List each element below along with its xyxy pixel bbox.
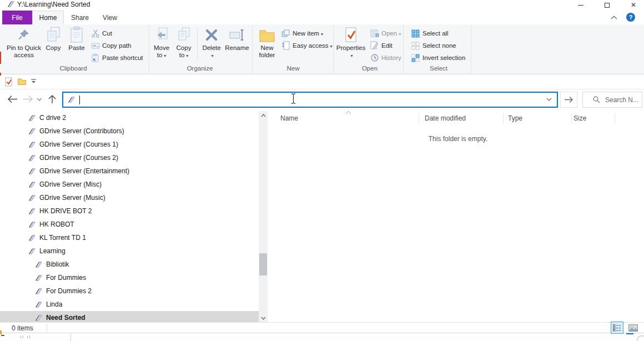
tree-item[interactable]: C drive 2	[0, 111, 259, 124]
ribbon-tab-bar: File Home Share View ?	[0, 10, 644, 24]
sort-ascending-icon	[345, 111, 351, 114]
column-header-date-modified[interactable]: Date modified	[425, 114, 466, 122]
thumbnail-view-button[interactable]	[627, 322, 640, 334]
easy-access-button[interactable]: Easy access	[281, 40, 333, 51]
move-to-button[interactable]: Moveto	[151, 26, 172, 62]
tab-view[interactable]: View	[95, 11, 124, 24]
tree-item[interactable]: Learning	[0, 244, 259, 258]
scroll-up-button[interactable]	[259, 111, 268, 119]
tree-item[interactable]: GDrive Server (Entertainment)	[0, 164, 259, 178]
tree-item[interactable]: GDrive Server (Contributors)	[0, 124, 259, 138]
select-all-button[interactable]: Select all	[411, 28, 449, 39]
column-header-name[interactable]: Name	[280, 114, 298, 122]
select-none-button[interactable]: Select none	[411, 40, 456, 51]
ribbon-separator	[197, 28, 198, 61]
invert-selection-button[interactable]: Invert selection	[411, 52, 465, 63]
history-button[interactable]: History	[370, 52, 401, 63]
tree-item-label: KL Torrent TD 1	[39, 234, 86, 242]
minimize-button[interactable]	[571, 0, 590, 10]
up-button[interactable]	[48, 94, 57, 104]
tree-item[interactable]: KL Torrent TD 1	[0, 231, 259, 244]
help-button[interactable]: ?	[626, 13, 635, 22]
rename-button[interactable]: Rename	[223, 26, 251, 62]
back-button[interactable]	[7, 95, 18, 103]
copy-icon	[45, 26, 62, 44]
notebook-icon	[67, 96, 76, 103]
column-divider[interactable]	[419, 113, 419, 124]
tab-home[interactable]: Home	[32, 11, 64, 24]
open-icon	[370, 29, 379, 38]
tree-item[interactable]: GDrive Server (Misc)	[0, 178, 259, 191]
cut-button[interactable]: Cut	[90, 28, 112, 39]
tree-item[interactable]: HK DRIVE BOT 2	[0, 204, 259, 218]
scroll-down-button[interactable]	[259, 314, 268, 322]
column-divider[interactable]	[615, 113, 615, 124]
tree-item[interactable]: GDrive Server (Music)	[0, 191, 259, 204]
background-window-corner	[637, 335, 644, 341]
tree-item[interactable]: For Dummies	[0, 271, 259, 284]
tree-item[interactable]: Need Sorted	[0, 311, 259, 322]
tab-file[interactable]: File	[2, 11, 32, 24]
search-icon	[593, 96, 600, 103]
move-to-icon	[154, 26, 169, 44]
edit-button[interactable]: Edit	[370, 40, 393, 51]
notebook-icon	[28, 194, 36, 202]
column-divider[interactable]	[503, 113, 504, 124]
column-divider[interactable]	[571, 113, 572, 124]
tree-item-label: Need Sorted	[46, 314, 85, 322]
new-folder-button[interactable]: Newfolder	[254, 26, 280, 62]
copy-path-button[interactable]: Copy path	[90, 40, 131, 51]
notebook-icon	[28, 128, 36, 135]
address-bar[interactable]	[62, 92, 558, 108]
select-all-icon	[411, 29, 420, 38]
scrollbar-thumb[interactable]	[259, 253, 267, 275]
tab-share[interactable]: Share	[64, 11, 95, 24]
qat-properties-button[interactable]	[4, 77, 13, 87]
address-dropdown-button[interactable]	[546, 98, 552, 102]
recent-locations-button[interactable]	[37, 98, 42, 102]
tree-scrollbar[interactable]	[259, 111, 268, 322]
tree-item[interactable]: GDrive Server (Courses 2)	[0, 151, 259, 164]
search-input[interactable]	[605, 96, 638, 104]
qat-customize-button[interactable]	[31, 79, 37, 84]
tree-item[interactable]: GDrive Server (Courses 1)	[0, 138, 259, 151]
details-view-button[interactable]	[611, 322, 623, 334]
navigation-bar	[0, 89, 644, 110]
pin-to-quick-access-button[interactable]: Pin to Quickaccess	[8, 26, 40, 62]
details-view-icon	[613, 324, 621, 332]
go-to-button[interactable]	[560, 92, 577, 108]
close-button[interactable]: ✕	[624, 0, 643, 10]
copy-button[interactable]: Copy	[42, 26, 64, 62]
edge-artifact-red	[0, 52, 1, 64]
delete-button[interactable]: Delete	[200, 26, 223, 62]
tree-item-label: For Dummies 2	[46, 287, 92, 295]
help-icon: ?	[629, 14, 633, 21]
easy-access-icon	[281, 41, 290, 51]
tree-item-label: HK DRIVE BOT 2	[39, 207, 92, 215]
qat-new-folder-button[interactable]	[17, 77, 27, 86]
tree-item[interactable]: HK ROBOT	[0, 218, 259, 231]
maximize-button[interactable]	[597, 0, 616, 10]
edge-artifact-red	[0, 73, 1, 76]
tree-item[interactable]: Bibliotik	[0, 258, 259, 271]
ribbon-separator	[149, 26, 149, 73]
new-folder-icon	[258, 26, 276, 44]
search-box[interactable]	[582, 92, 642, 108]
collapse-ribbon-button[interactable]	[611, 16, 618, 21]
column-header-type[interactable]: Type	[508, 114, 522, 122]
paste-shortcut-button[interactable]: Paste shortcut	[90, 52, 143, 63]
new-item-button[interactable]: New item	[281, 28, 323, 39]
properties-button[interactable]: Properties	[336, 26, 365, 62]
column-header-size[interactable]: Size	[573, 114, 586, 122]
background-artifact	[1, 335, 4, 336]
maximize-icon	[605, 3, 610, 8]
copy-to-button[interactable]: Copyto	[173, 26, 194, 62]
tree-item[interactable]: Linda	[0, 298, 259, 311]
paste-icon	[69, 26, 84, 44]
paste-button[interactable]: Paste	[64, 26, 89, 62]
history-icon	[370, 53, 379, 63]
tree-item-label: Linda	[46, 300, 62, 308]
forward-button[interactable]	[23, 95, 33, 103]
open-button[interactable]: Open	[370, 28, 401, 39]
tree-item[interactable]: For Dummies 2	[0, 284, 259, 298]
